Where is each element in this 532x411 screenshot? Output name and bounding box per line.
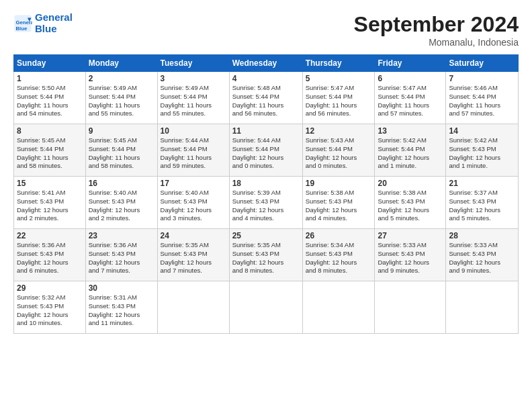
calendar-cell: 29Sunrise: 5:32 AM Sunset: 5:43 PM Dayli… — [14, 281, 86, 334]
day-info: Sunrise: 5:35 AM Sunset: 5:43 PM Dayligh… — [161, 241, 226, 275]
day-number: 4 — [232, 74, 300, 83]
logo: General Blue General Blue — [13, 12, 73, 34]
week-row-4: 22Sunrise: 5:36 AM Sunset: 5:43 PM Dayli… — [14, 229, 519, 281]
day-number: 9 — [89, 126, 154, 136]
calendar-cell: 24Sunrise: 5:35 AM Sunset: 5:43 PM Dayli… — [157, 229, 229, 281]
calendar-cell — [157, 281, 229, 334]
day-info: Sunrise: 5:37 AM Sunset: 5:43 PM Dayligh… — [449, 189, 515, 223]
calendar-cell: 28Sunrise: 5:33 AM Sunset: 5:43 PM Dayli… — [446, 229, 519, 281]
calendar-cell: 12Sunrise: 5:43 AM Sunset: 5:44 PM Dayli… — [302, 124, 375, 177]
day-info: Sunrise: 5:36 AM Sunset: 5:43 PM Dayligh… — [17, 241, 83, 275]
calendar-cell: 7Sunrise: 5:46 AM Sunset: 5:44 PM Daylig… — [446, 72, 519, 124]
day-info: Sunrise: 5:45 AM Sunset: 5:44 PM Dayligh… — [89, 136, 154, 171]
header: General Blue General Blue September 2024… — [13, 12, 519, 48]
day-info: Sunrise: 5:43 AM Sunset: 5:44 PM Dayligh… — [306, 136, 372, 171]
day-number: 5 — [306, 74, 372, 83]
day-number: 17 — [161, 179, 226, 188]
day-info: Sunrise: 5:49 AM Sunset: 5:44 PM Dayligh… — [161, 84, 226, 118]
title-area: September 2024 Momanalu, Indonesia — [354, 12, 519, 48]
calendar-cell: 3Sunrise: 5:49 AM Sunset: 5:44 PM Daylig… — [157, 72, 229, 124]
calendar-cell: 5Sunrise: 5:47 AM Sunset: 5:44 PM Daylig… — [302, 72, 375, 124]
day-info: Sunrise: 5:33 AM Sunset: 5:43 PM Dayligh… — [378, 241, 443, 275]
day-info: Sunrise: 5:42 AM Sunset: 5:44 PM Dayligh… — [378, 136, 443, 171]
calendar-cell: 9Sunrise: 5:45 AM Sunset: 5:44 PM Daylig… — [85, 124, 157, 177]
svg-text:Blue: Blue — [16, 25, 28, 31]
day-number: 12 — [306, 126, 372, 136]
calendar-cell: 16Sunrise: 5:40 AM Sunset: 5:43 PM Dayli… — [85, 177, 157, 229]
day-info: Sunrise: 5:40 AM Sunset: 5:43 PM Dayligh… — [89, 189, 154, 223]
calendar-cell: 4Sunrise: 5:48 AM Sunset: 5:44 PM Daylig… — [229, 72, 302, 124]
day-info: Sunrise: 5:34 AM Sunset: 5:43 PM Dayligh… — [306, 241, 372, 275]
day-info: Sunrise: 5:38 AM Sunset: 5:43 PM Dayligh… — [306, 189, 372, 223]
calendar-cell: 10Sunrise: 5:44 AM Sunset: 5:44 PM Dayli… — [157, 124, 229, 177]
day-number: 8 — [17, 126, 83, 136]
calendar-cell: 2Sunrise: 5:49 AM Sunset: 5:44 PM Daylig… — [85, 72, 157, 124]
calendar-cell: 23Sunrise: 5:36 AM Sunset: 5:43 PM Dayli… — [85, 229, 157, 281]
calendar-cell — [375, 281, 446, 334]
day-info: Sunrise: 5:44 AM Sunset: 5:44 PM Dayligh… — [161, 136, 226, 171]
week-row-3: 15Sunrise: 5:41 AM Sunset: 5:43 PM Dayli… — [14, 177, 519, 229]
day-info: Sunrise: 5:47 AM Sunset: 5:44 PM Dayligh… — [378, 84, 443, 118]
day-number: 20 — [378, 179, 443, 188]
day-number: 7 — [449, 74, 515, 83]
calendar-cell: 13Sunrise: 5:42 AM Sunset: 5:44 PM Dayli… — [375, 124, 446, 177]
day-number: 22 — [17, 231, 83, 240]
day-number: 19 — [306, 179, 372, 188]
day-info: Sunrise: 5:47 AM Sunset: 5:44 PM Dayligh… — [306, 84, 372, 118]
week-row-1: 1Sunrise: 5:50 AM Sunset: 5:44 PM Daylig… — [14, 72, 519, 124]
calendar-cell: 22Sunrise: 5:36 AM Sunset: 5:43 PM Dayli… — [14, 229, 86, 281]
day-number: 15 — [17, 179, 83, 188]
day-info: Sunrise: 5:36 AM Sunset: 5:43 PM Dayligh… — [89, 241, 154, 275]
day-info: Sunrise: 5:41 AM Sunset: 5:43 PM Dayligh… — [17, 189, 83, 223]
month-title: September 2024 — [354, 12, 519, 37]
calendar-table: SundayMondayTuesdayWednesdayThursdayFrid… — [13, 54, 519, 334]
page: General Blue General Blue September 2024… — [0, 0, 532, 411]
day-info: Sunrise: 5:32 AM Sunset: 5:43 PM Dayligh… — [17, 293, 83, 328]
day-info: Sunrise: 5:42 AM Sunset: 5:43 PM Dayligh… — [449, 136, 515, 171]
logo-icon: General Blue — [13, 14, 32, 33]
day-info: Sunrise: 5:46 AM Sunset: 5:44 PM Dayligh… — [449, 84, 515, 118]
calendar-cell — [229, 281, 302, 334]
calendar-cell: 20Sunrise: 5:38 AM Sunset: 5:43 PM Dayli… — [375, 177, 446, 229]
day-number: 30 — [89, 283, 154, 293]
day-info: Sunrise: 5:31 AM Sunset: 5:43 PM Dayligh… — [89, 293, 154, 328]
calendar-cell: 15Sunrise: 5:41 AM Sunset: 5:43 PM Dayli… — [14, 177, 86, 229]
day-number: 29 — [17, 283, 83, 293]
calendar-header-row: SundayMondayTuesdayWednesdayThursdayFrid… — [14, 55, 519, 72]
calendar-cell: 30Sunrise: 5:31 AM Sunset: 5:43 PM Dayli… — [85, 281, 157, 334]
day-number: 23 — [89, 231, 154, 240]
day-number: 26 — [306, 231, 372, 240]
calendar-cell: 21Sunrise: 5:37 AM Sunset: 5:43 PM Dayli… — [446, 177, 519, 229]
calendar-cell: 18Sunrise: 5:39 AM Sunset: 5:43 PM Dayli… — [229, 177, 302, 229]
day-number: 16 — [89, 179, 154, 188]
day-number: 13 — [378, 126, 443, 136]
calendar-cell: 8Sunrise: 5:45 AM Sunset: 5:44 PM Daylig… — [14, 124, 86, 177]
week-row-2: 8Sunrise: 5:45 AM Sunset: 5:44 PM Daylig… — [14, 124, 519, 177]
day-number: 21 — [449, 179, 515, 188]
location: Momanalu, Indonesia — [354, 37, 519, 48]
logo-text: General Blue — [35, 12, 73, 34]
day-number: 3 — [161, 74, 226, 83]
day-info: Sunrise: 5:33 AM Sunset: 5:43 PM Dayligh… — [449, 241, 515, 275]
header-day-wednesday: Wednesday — [229, 55, 302, 72]
day-info: Sunrise: 5:48 AM Sunset: 5:44 PM Dayligh… — [232, 84, 300, 118]
calendar-cell: 14Sunrise: 5:42 AM Sunset: 5:43 PM Dayli… — [446, 124, 519, 177]
calendar-cell: 26Sunrise: 5:34 AM Sunset: 5:43 PM Dayli… — [302, 229, 375, 281]
day-number: 6 — [378, 74, 443, 83]
day-info: Sunrise: 5:49 AM Sunset: 5:44 PM Dayligh… — [89, 84, 154, 118]
day-number: 14 — [449, 126, 515, 136]
day-number: 2 — [89, 74, 154, 83]
day-number: 18 — [232, 179, 300, 188]
day-number: 11 — [232, 126, 300, 136]
day-info: Sunrise: 5:45 AM Sunset: 5:44 PM Dayligh… — [17, 136, 83, 171]
day-number: 1 — [17, 74, 83, 83]
day-number: 10 — [161, 126, 226, 136]
day-info: Sunrise: 5:35 AM Sunset: 5:43 PM Dayligh… — [232, 241, 300, 275]
calendar-cell: 6Sunrise: 5:47 AM Sunset: 5:44 PM Daylig… — [375, 72, 446, 124]
header-day-friday: Friday — [375, 55, 446, 72]
calendar-cell: 25Sunrise: 5:35 AM Sunset: 5:43 PM Dayli… — [229, 229, 302, 281]
calendar-cell — [302, 281, 375, 334]
day-info: Sunrise: 5:50 AM Sunset: 5:44 PM Dayligh… — [17, 84, 83, 118]
header-day-sunday: Sunday — [14, 55, 86, 72]
calendar-cell: 11Sunrise: 5:44 AM Sunset: 5:44 PM Dayli… — [229, 124, 302, 177]
